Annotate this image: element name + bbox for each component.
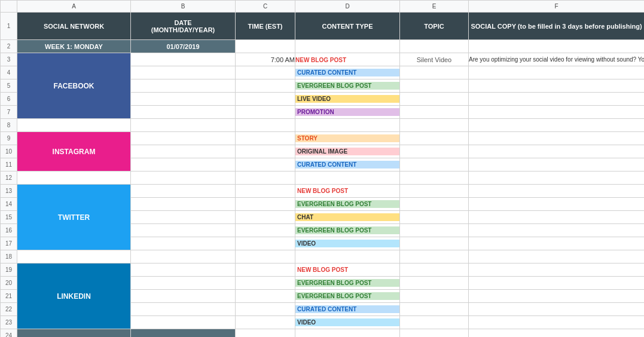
row13-date [131, 185, 236, 198]
row15-time [236, 211, 295, 224]
facebook-cell: FACEBOOK [17, 53, 131, 119]
header-date: DATE(MONTH/DAY/YEAR) [131, 13, 236, 40]
row6-date [131, 93, 236, 106]
row17-date [131, 237, 236, 250]
content-curated-linkedin: CURATED CONTENT [295, 305, 399, 313]
row13-time [236, 185, 295, 198]
row12-f [469, 171, 645, 185]
linkedin-cell: LINKEDIN [17, 264, 131, 329]
row19-topic [400, 264, 469, 277]
table-row: 3 FACEBOOK 7:00 AM NEW BLOG POST Silent … [1, 53, 645, 66]
row-num-19: 19 [1, 264, 17, 277]
row12-e [400, 171, 469, 185]
row6-copy [469, 93, 645, 106]
content-video-twitter: VIDEO [295, 240, 399, 247]
row14-topic [400, 198, 469, 211]
row4-date [131, 66, 236, 79]
row17-time [236, 237, 295, 250]
row-num-2: 2 [1, 40, 17, 53]
table-row: 2 WEEK 1: MONDAY 01/07/2019 [1, 40, 645, 53]
row20-topic [400, 277, 469, 290]
row24-d [295, 329, 400, 338]
row21-topic [400, 290, 469, 303]
spreadsheet: A B C D E F 1 SOCIAL NETWORK DATE(MONTH/… [0, 0, 644, 337]
row-num-4: 4 [1, 66, 17, 79]
row6-content: LIVE VIDEO [295, 93, 400, 106]
header-content-type: CONTENT TYPE [295, 13, 400, 40]
row6-topic [400, 93, 469, 106]
row-num-24: 24 [1, 329, 17, 338]
row23-date [131, 316, 236, 329]
row18-e [400, 250, 469, 264]
row7-copy [469, 106, 645, 119]
table-row: 19 LINKEDIN NEW BLOG POST [1, 264, 645, 277]
table-row: 24 [1, 329, 645, 338]
row10-copy [469, 145, 645, 158]
content-new-blog-twitter: NEW BLOG POST [295, 187, 399, 195]
content-original-image: ORIGINAL IMAGE [295, 148, 399, 155]
row20-copy [469, 277, 645, 290]
col-header-f: F [469, 1, 645, 13]
row2-copy [469, 40, 645, 53]
col-header-c: C [236, 1, 295, 13]
row10-date [131, 145, 236, 158]
row8-a [17, 119, 131, 132]
row21-time [236, 290, 295, 303]
week-monday-label: WEEK 1: MONDAY [17, 40, 131, 53]
row11-time [236, 158, 295, 171]
content-evergreen: EVERGREEN BLOG POST [295, 82, 399, 90]
content-evergreen-twitter: EVERGREEN BLOG POST [295, 200, 399, 208]
row-num-9: 9 [1, 132, 17, 145]
row5-copy [469, 79, 645, 93]
row7-topic [400, 106, 469, 119]
row18-a [17, 250, 131, 264]
row5-topic [400, 79, 469, 93]
row18-c [236, 250, 295, 264]
row22-content: CURATED CONTENT [295, 303, 400, 316]
content-evergreen-linkedin2: EVERGREEN BLOG POST [295, 292, 399, 300]
row-num-14: 14 [1, 198, 17, 211]
row19-content: NEW BLOG POST [295, 264, 400, 277]
row-num-5: 5 [1, 79, 17, 93]
row-num-10: 10 [1, 145, 17, 158]
content-new-blog-linkedin: NEW BLOG POST [295, 266, 399, 274]
table-row: 13 TWITTER NEW BLOG POST [1, 185, 645, 198]
header-topic: TOPIC [400, 13, 469, 40]
row-num-18: 18 [1, 250, 17, 264]
twitter-cell: TWITTER [17, 185, 131, 250]
row24-f [469, 329, 645, 338]
row21-date [131, 290, 236, 303]
row-num-1: 1 [1, 13, 17, 40]
header-social-copy: SOCIAL COPY (to be filled in 3 days befo… [469, 13, 645, 40]
content-promotion: PROMOTION [295, 108, 399, 116]
row18-b [131, 250, 236, 264]
row20-time [236, 277, 295, 290]
corner-cell [1, 1, 17, 13]
row12-d [295, 171, 400, 185]
row18-f [469, 250, 645, 264]
row21-content: EVERGREEN BLOG POST [295, 290, 400, 303]
row16-date [131, 224, 236, 237]
row14-content: EVERGREEN BLOG POST [295, 198, 400, 211]
row16-time [236, 224, 295, 237]
row17-topic [400, 237, 469, 250]
row4-time [236, 66, 295, 79]
row23-topic [400, 316, 469, 329]
row16-topic [400, 224, 469, 237]
row7-date [131, 106, 236, 119]
row8-f [469, 119, 645, 132]
week-monday-date: 01/07/2019 [131, 40, 236, 53]
row2-topic [400, 40, 469, 53]
row3-copy: Are you optimizing your social video for… [469, 53, 645, 66]
row-num-3: 3 [1, 53, 17, 66]
row13-content: NEW BLOG POST [295, 185, 400, 198]
col-header-b: B [131, 1, 236, 13]
content-new-blog-post: NEW BLOG POST [295, 57, 346, 63]
row15-copy [469, 211, 645, 224]
table-row: 9 INSTAGRAM STORY [1, 132, 645, 145]
row11-content: CURATED CONTENT [295, 158, 400, 171]
row20-content: EVERGREEN BLOG POST [295, 277, 400, 290]
row-num-23: 23 [1, 316, 17, 329]
row22-topic [400, 303, 469, 316]
row7-content: PROMOTION [295, 106, 400, 119]
